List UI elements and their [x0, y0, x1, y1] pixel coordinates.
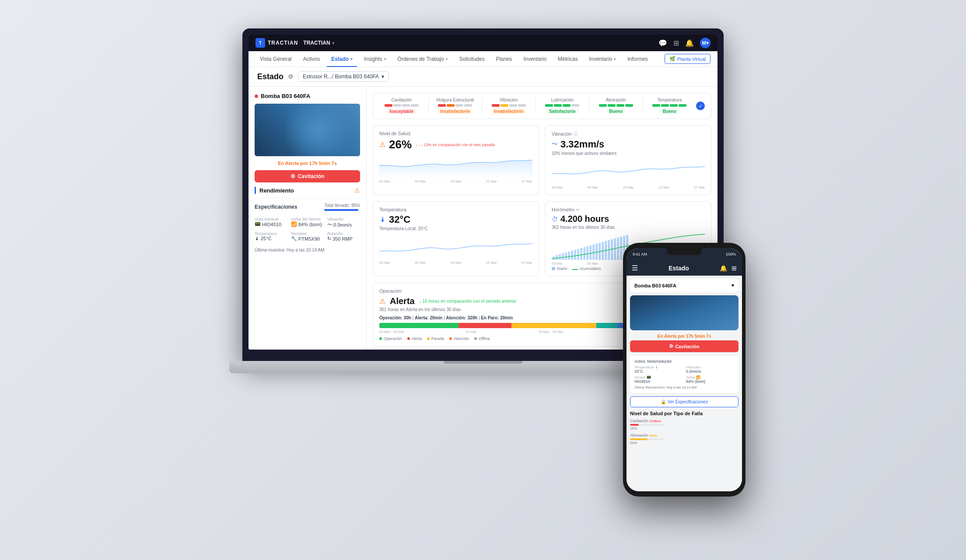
nav-item-inventario[interactable]: Inventario [519, 51, 551, 67]
spec-signal: Señal del Sensor 📶 84% (bom) [291, 217, 324, 228]
mobile-cav-bar-track [630, 424, 665, 426]
op-alert-icon: ⚠ [379, 297, 385, 305]
nav-item-inventario2[interactable]: Inventario ▾ [584, 51, 620, 67]
svg-rect-12 [589, 245, 592, 260]
svg-rect-3 [562, 253, 564, 260]
grid-icon[interactable]: ⊞ [673, 39, 679, 47]
plant-icon: 🌿 [669, 56, 676, 62]
bell-icon[interactable]: 🔔 [685, 39, 694, 47]
chat-icon[interactable]: 💬 [658, 39, 667, 47]
vib-badge: Insatisfactorio [491, 108, 526, 114]
svg-rect-2 [559, 254, 561, 260]
nav-item-informes[interactable]: Informes [623, 51, 652, 67]
health-value: 26% [389, 138, 412, 151]
mobile-info-signal: Señal 📶 84% (bom) [686, 375, 734, 384]
nav-item-activos[interactable]: Activos [299, 51, 325, 67]
nav-item-estado[interactable]: Estado ▾ [327, 51, 357, 67]
temperature-chart [379, 234, 532, 260]
specs-grid: Vista General 📟 HIO4510 Señal del Sensor… [255, 217, 360, 242]
breadcrumb-chevron-icon: ▾ [382, 74, 384, 80]
settings-icon[interactable]: ⚙ [288, 73, 294, 80]
nav-item-solicitudes[interactable]: Solicitudes [455, 51, 489, 67]
svg-rect-4 [565, 252, 567, 260]
sensor-value: 📟 HIO4510 [255, 221, 287, 227]
temperature-value: 32°C [389, 214, 410, 225]
hol-badge: Insatisfactorio [438, 108, 472, 114]
check-icon-wrapper: ✓ [696, 98, 705, 114]
legend-alerta: Alerta [407, 336, 422, 341]
vibration-chart [552, 158, 705, 185]
nav-item-planes[interactable]: Planes [492, 51, 517, 67]
breadcrumb-text: Extrusor R.../ Bomba B03 640FA [303, 74, 379, 80]
nav-item-vista-general[interactable]: Vista General [256, 51, 296, 67]
cavitation-button[interactable]: ⚙ Cavitación [255, 170, 360, 182]
status-card-alineacion: Alineación Bueno [594, 98, 638, 114]
temperature-dates: 03 Mar09 Mar15 Mar21 Mar27 Mar [379, 261, 532, 265]
vibration-value: 3.32mm/s [560, 139, 604, 150]
lub-bars [545, 104, 579, 107]
vibration-info-icon: ⓘ [574, 131, 578, 137]
mobile-top-icons: 🔔 ⊞ [720, 265, 737, 272]
mobile-bell-icon[interactable]: 🔔 [720, 265, 727, 272]
breadcrumb-select[interactable]: Extrusor R.../ Bomba B03 640FA ▾ [298, 71, 389, 82]
horo-legend-acc: Acumulativo [572, 266, 601, 271]
svg-rect-5 [568, 252, 570, 260]
mobile-alert-text: En Alerta por 17h 5min 7s [626, 334, 742, 339]
virtual-plant-button[interactable]: 🌿 Planta Virtual [665, 54, 710, 64]
mobile-ver-button[interactable]: 🔒 Ver Especificaciones [630, 396, 738, 407]
last-sample: Última muestra: Hoy a las 10:14 AM [255, 248, 360, 252]
rendimiento-row: Rendimiento ⚠ [255, 187, 360, 194]
temperature-card: Temperatura 🌡 32°C Temperatura Local: 25… [373, 201, 539, 276]
health-dates: 03 Mar09 Mar15 Mar21 Mar27 Mar [379, 179, 532, 183]
logo-company[interactable]: TRACTIAN ▾ [303, 40, 334, 46]
asset-image [255, 104, 360, 156]
spec-rotation: Rotación ↻ 350 RMP [327, 231, 360, 242]
mobile-ver-icon: 🔒 [661, 399, 666, 404]
temp-icon: 🌡 [255, 236, 259, 241]
status-card-cavitacion: Cavitación Inaceptable [379, 98, 424, 114]
mobile-grid-icon[interactable]: ⊞ [732, 265, 737, 272]
svg-rect-9 [580, 248, 582, 260]
mobile-cav-item: Cavitación Crítico 25% [630, 419, 665, 430]
asset-name: Bomba B03 640FA [261, 93, 310, 99]
horometer-title: Horómetro ✏ [552, 207, 705, 212]
vib-wave-icon: 〜 [552, 140, 558, 148]
fill-info: Total llenado: 95% [324, 203, 360, 211]
inv2-chevron-icon: ▾ [614, 57, 616, 61]
op-alert-value: Alerta [390, 296, 415, 306]
ali-badge: Bueno [606, 108, 625, 114]
mobile-shell: 9:41 AM 100% ☰ Estado 🔔 ⊞ Bomba B03 640F… [623, 243, 746, 497]
health-trend: ↓ ↓ - 13% en comparación con el mes pasa… [415, 142, 495, 147]
mobile-asset-name: Bomba B03 640FA [634, 283, 676, 288]
health-card: Nivel de Salud ⚠ 26% ↓ ↓ - 13% en compar… [373, 125, 539, 195]
rendimiento-icon: ⚠ [354, 187, 360, 194]
mobile-info-card: Activo: Motorreductor Temperatura 🌡 25°C… [630, 356, 738, 393]
nav-item-ordenes[interactable]: Órdenes de Trabajo ▾ [393, 51, 452, 67]
left-panel: Bomba B03 640FA En Alerta por 17h 5min 7… [248, 87, 367, 350]
rotation-icon: ↻ [327, 236, 331, 242]
mobile-title: Estado [641, 265, 716, 272]
legend-atencion: Atención [449, 336, 469, 341]
nav-item-metricas[interactable]: Métricas [553, 51, 582, 67]
section-divider [255, 198, 360, 199]
nav-item-insights[interactable]: Insights ▾ [360, 51, 390, 67]
temp-bars [652, 104, 686, 107]
svg-rect-20 [614, 238, 616, 260]
health-title: Nivel de Salud [379, 131, 532, 136]
spec-receptor: Receptor 🔧 PTM5X90 [291, 231, 324, 242]
legend-offline: Offline [474, 336, 490, 341]
cavitation-icon: ⚙ [290, 173, 295, 179]
pencil-icon[interactable]: ✏ [576, 207, 580, 212]
mobile-cav-icon: ⚙ [669, 343, 673, 349]
mobile-cavitation-button[interactable]: ⚙ Cavitación [630, 340, 738, 352]
user-avatar[interactable]: M▾ [700, 38, 710, 48]
rendimiento-label: Rendimiento [259, 187, 294, 194]
svg-rect-1 [556, 255, 558, 260]
mobile-menu-icon[interactable]: ☰ [632, 264, 638, 272]
wifi-icon: 📶 [291, 221, 297, 227]
mobile-asset-select[interactable]: Bomba B03 640FA ▾ [630, 279, 738, 292]
fill-bar [324, 209, 360, 211]
spec-temp: Temperatura 🌡 25°C [255, 231, 287, 242]
alert-banner: En Alerta por 17h 5min 7s [255, 161, 360, 166]
spec-vibration: Vibración 〜 0.0mm/s [327, 217, 360, 228]
